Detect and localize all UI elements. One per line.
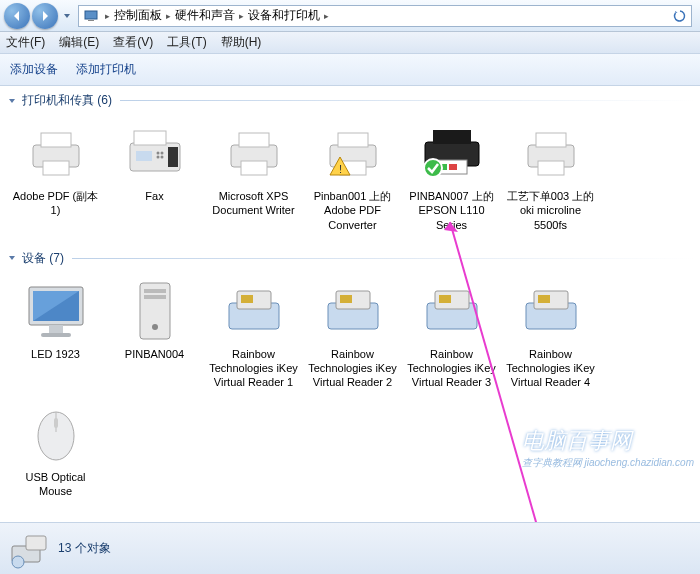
svg-rect-53 — [26, 536, 46, 550]
section-title-printers: 打印机和传真 (6) — [22, 92, 112, 109]
section-header-printers[interactable]: 打印机和传真 (6) — [0, 90, 700, 111]
svg-rect-34 — [144, 295, 166, 299]
svg-point-11 — [156, 156, 159, 159]
svg-rect-24 — [449, 164, 457, 170]
content-area: 打印机和传真 (6) Adobe PDF (副本 1) Fax Microsof… — [0, 86, 700, 522]
forward-button[interactable] — [32, 3, 58, 29]
svg-rect-7 — [168, 147, 178, 167]
device-item[interactable]: Rainbow Technologies iKey Virtual Reader… — [204, 273, 303, 396]
svg-point-54 — [12, 556, 24, 568]
device-item[interactable]: Rainbow Technologies iKey Virtual Reader… — [402, 273, 501, 396]
svg-point-35 — [152, 324, 158, 330]
svg-rect-44 — [439, 295, 451, 303]
printer-item[interactable]: Adobe PDF (副本 1) — [6, 115, 105, 238]
printer-item[interactable]: ! Pinban001 上的 Adobe PDF Converter — [303, 115, 402, 238]
printer-icon — [218, 121, 290, 185]
default-check-icon — [424, 159, 442, 177]
add-device-button[interactable]: 添加设备 — [10, 61, 58, 78]
mouse-icon — [20, 402, 92, 466]
svg-rect-4 — [43, 161, 69, 175]
item-label: PINBAN004 — [125, 347, 184, 361]
svg-rect-50 — [54, 418, 58, 428]
device-item[interactable]: LED 1923 — [6, 273, 105, 396]
printer-icon: ! — [317, 121, 389, 185]
collapse-icon — [6, 252, 18, 264]
menu-bar: 文件(F) 编辑(E) 查看(V) 工具(T) 帮助(H) — [0, 32, 700, 54]
address-bar: ▸ 控制面板 ▸ 硬件和声音 ▸ 设备和打印机 ▸ — [0, 0, 700, 32]
devices-grid: LED 1923 PINBAN004 Rainbow Technologies … — [0, 269, 700, 514]
computer-icon — [83, 8, 99, 24]
item-label: Rainbow Technologies iKey Virtual Reader… — [305, 347, 400, 390]
printer-icon — [20, 121, 92, 185]
crumb-control-panel[interactable]: 控制面板 — [114, 7, 162, 24]
svg-rect-21 — [433, 130, 471, 144]
card-reader-icon — [218, 279, 290, 343]
refresh-icon[interactable] — [673, 9, 687, 23]
section-header-devices[interactable]: 设备 (7) — [0, 248, 700, 269]
menu-help[interactable]: 帮助(H) — [221, 34, 262, 51]
item-label: Pinban001 上的 Adobe PDF Converter — [305, 189, 400, 232]
item-label: Microsoft XPS Document Writer — [206, 189, 301, 218]
add-printer-button[interactable]: 添加打印机 — [76, 61, 136, 78]
devices-icon — [8, 528, 50, 570]
svg-rect-17 — [338, 133, 368, 147]
svg-point-12 — [160, 156, 163, 159]
svg-point-9 — [156, 152, 159, 155]
svg-rect-33 — [144, 289, 166, 293]
details-pane: 13 个对象 — [0, 522, 700, 574]
menu-file[interactable]: 文件(F) — [6, 34, 45, 51]
back-button[interactable] — [4, 3, 30, 29]
svg-rect-30 — [49, 325, 63, 333]
printer-item[interactable]: 工艺下单003 上的 oki microline 5500fs — [501, 115, 600, 238]
svg-text:!: ! — [339, 163, 342, 175]
item-label: Rainbow Technologies iKey Virtual Reader… — [206, 347, 301, 390]
printer-item[interactable]: Microsoft XPS Document Writer — [204, 115, 303, 238]
device-item[interactable]: PINBAN004 — [105, 273, 204, 396]
card-reader-icon — [317, 279, 389, 343]
item-label: 工艺下单003 上的 oki microline 5500fs — [503, 189, 598, 232]
divider — [120, 100, 694, 101]
status-count: 13 个对象 — [58, 540, 111, 557]
item-label: Rainbow Technologies iKey Virtual Reader… — [503, 347, 598, 390]
svg-rect-31 — [41, 333, 71, 337]
item-label: USB Optical Mouse — [8, 470, 103, 499]
menu-tools[interactable]: 工具(T) — [167, 34, 206, 51]
crumb-devices-printers[interactable]: 设备和打印机 — [248, 7, 320, 24]
divider — [72, 258, 694, 259]
svg-rect-0 — [85, 11, 97, 19]
svg-rect-27 — [538, 161, 564, 175]
device-item[interactable]: Rainbow Technologies iKey Virtual Reader… — [501, 273, 600, 396]
history-dropdown[interactable] — [60, 12, 74, 20]
svg-rect-26 — [536, 133, 566, 147]
item-label: Fax — [145, 189, 163, 203]
svg-rect-38 — [241, 295, 253, 303]
svg-rect-3 — [41, 133, 71, 147]
monitor-icon — [20, 279, 92, 343]
printer-item[interactable]: Fax — [105, 115, 204, 238]
printer-icon — [515, 121, 587, 185]
svg-rect-41 — [340, 295, 352, 303]
breadcrumb[interactable]: ▸ 控制面板 ▸ 硬件和声音 ▸ 设备和打印机 ▸ — [78, 5, 692, 27]
menu-edit[interactable]: 编辑(E) — [59, 34, 99, 51]
svg-rect-8 — [136, 151, 152, 161]
item-label: LED 1923 — [31, 347, 80, 361]
collapse-icon — [6, 95, 18, 107]
card-reader-icon — [515, 279, 587, 343]
menu-view[interactable]: 查看(V) — [113, 34, 153, 51]
item-label: Rainbow Technologies iKey Virtual Reader… — [404, 347, 499, 390]
device-item[interactable]: USB Optical Mouse — [6, 396, 105, 505]
item-label: Adobe PDF (副本 1) — [8, 189, 103, 218]
svg-rect-14 — [239, 133, 269, 147]
device-item[interactable]: Rainbow Technologies iKey Virtual Reader… — [303, 273, 402, 396]
svg-rect-1 — [88, 20, 94, 21]
command-bar: 添加设备 添加打印机 — [0, 54, 700, 86]
fax-icon — [119, 121, 191, 185]
printer-item-default[interactable]: PINBAN007 上的 EPSON L110 Series — [402, 115, 501, 238]
item-label: PINBAN007 上的 EPSON L110 Series — [404, 189, 499, 232]
printers-grid: Adobe PDF (副本 1) Fax Microsoft XPS Docum… — [0, 111, 700, 248]
printer-icon — [416, 121, 488, 185]
crumb-hardware-sound[interactable]: 硬件和声音 — [175, 7, 235, 24]
svg-point-10 — [160, 152, 163, 155]
computer-tower-icon — [119, 279, 191, 343]
svg-rect-15 — [241, 161, 267, 175]
